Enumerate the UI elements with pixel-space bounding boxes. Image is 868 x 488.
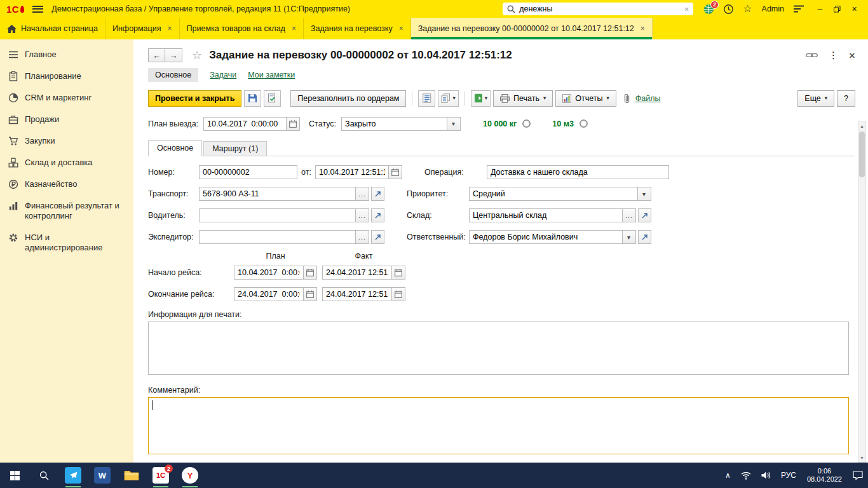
nav-tasks-link[interactable]: Задачи: [210, 71, 236, 79]
tab-close-icon[interactable]: ×: [399, 24, 403, 33]
scroll-down-icon[interactable]: ▼: [858, 453, 865, 462]
calendar-icon[interactable]: [304, 266, 317, 280]
favorites-icon[interactable]: ☆: [743, 4, 752, 14]
form-close-icon[interactable]: ×: [849, 50, 855, 61]
responsible-input[interactable]: [469, 230, 623, 244]
tray-chevron-icon[interactable]: ∧: [720, 463, 736, 488]
refill-by-orders-button[interactable]: Перезаполнить по ордерам: [290, 90, 406, 107]
edi-button[interactable]: ▾: [471, 90, 491, 107]
scrollbar-thumb[interactable]: [859, 132, 865, 177]
global-search[interactable]: ×: [503, 3, 693, 15]
calendar-icon[interactable]: [304, 287, 317, 301]
tab-zadaniya-na-perevozku[interactable]: Задания на перевозку ×: [304, 18, 411, 39]
print-button[interactable]: Печать▾: [493, 90, 553, 107]
taskbar-app-explorer[interactable]: [117, 463, 146, 488]
attachments-paperclip-icon[interactable]: [624, 93, 630, 104]
save-button[interactable]: [244, 90, 261, 107]
action-center-icon[interactable]: [848, 463, 868, 488]
window-restore-button[interactable]: [829, 1, 846, 17]
sidebar-item-crm-i-marketing[interactable]: CRM и маркетинг: [0, 87, 133, 109]
history-icon[interactable]: [724, 4, 733, 14]
trip-start-plan-input[interactable]: [234, 266, 304, 280]
current-user[interactable]: Admin: [762, 4, 784, 13]
open-driver-button[interactable]: [371, 208, 384, 222]
start-button[interactable]: [0, 463, 29, 488]
main-menu-icon[interactable]: [32, 6, 43, 13]
doc-date-input[interactable]: [315, 165, 389, 179]
files-link[interactable]: Файлы: [635, 94, 661, 103]
nav-main-tab[interactable]: Основное: [148, 68, 198, 82]
window-minimize-button[interactable]: –: [811, 1, 829, 17]
tab-close-icon[interactable]: ×: [292, 24, 296, 33]
calendar-icon[interactable]: [392, 266, 405, 280]
post-button[interactable]: [264, 90, 281, 107]
taskbar-clock[interactable]: 0:06 08.04.2022: [801, 467, 848, 484]
create-based-on-button[interactable]: ▾: [438, 90, 458, 107]
add-to-favorites-icon[interactable]: ☆: [192, 50, 202, 61]
sidebar-item-nsi-i-administrirovanie[interactable]: НСИ и администрирование: [0, 227, 133, 259]
trip-end-plan-input[interactable]: [234, 287, 304, 301]
print-info-textarea[interactable]: [148, 322, 849, 375]
priority-input[interactable]: [469, 187, 638, 201]
reports-button[interactable]: Отчеты▾: [555, 90, 616, 107]
sidebar-item-prodazhi[interactable]: Продажи: [0, 109, 133, 130]
open-expeditor-button[interactable]: [371, 230, 384, 244]
choose-icon[interactable]: ...: [356, 230, 369, 244]
calendar-icon[interactable]: [392, 287, 405, 301]
nav-notes-link[interactable]: Мои заметки: [248, 71, 295, 79]
sidebar-item-finansovyy-rezultat[interactable]: Финансовый результат и контроллинг: [0, 195, 133, 227]
search-input[interactable]: [519, 4, 680, 13]
transport-input[interactable]: [199, 187, 356, 201]
open-warehouse-button[interactable]: [638, 208, 651, 222]
open-transport-button[interactable]: [371, 187, 384, 201]
operation-input[interactable]: [487, 165, 669, 179]
number-input[interactable]: [199, 165, 297, 179]
forward-button[interactable]: →: [165, 48, 182, 62]
tab-home[interactable]: Начальная страница: [0, 18, 105, 39]
sidebar-item-kaznacheystvo[interactable]: Казначейство: [0, 173, 133, 195]
volume-icon[interactable]: [756, 463, 776, 488]
expeditor-input[interactable]: [199, 230, 356, 244]
sidebar-item-zakupki[interactable]: Закупки: [0, 130, 133, 152]
network-icon[interactable]: [736, 463, 756, 488]
tab-zadanie-na-perevozku-document[interactable]: Задание на перевозку 00-00000002 от 10.0…: [411, 18, 653, 39]
taskbar-app-messenger[interactable]: [58, 463, 88, 488]
taskbar-search-button[interactable]: [29, 463, 58, 488]
sidebar-item-planirovanie[interactable]: Планирование: [0, 65, 133, 87]
priority-dropdown-icon[interactable]: ▾: [638, 187, 651, 201]
choose-icon[interactable]: ...: [623, 208, 636, 222]
choose-icon[interactable]: ...: [356, 187, 369, 201]
scroll-up-icon[interactable]: ▲: [858, 121, 865, 130]
register-records-button[interactable]: [418, 90, 435, 107]
page-tab-main[interactable]: Основное: [148, 140, 202, 156]
more-actions-icon[interactable]: ⋮: [829, 50, 838, 61]
taskbar-app-browser[interactable]: Y: [175, 463, 205, 488]
status-dropdown-icon[interactable]: ▾: [447, 117, 461, 131]
tab-close-icon[interactable]: ×: [641, 24, 645, 33]
tab-informatsiya[interactable]: Информация ×: [105, 18, 180, 39]
warehouse-input[interactable]: [469, 208, 623, 222]
trip-end-fact-input[interactable]: [322, 287, 392, 301]
discussions-button[interactable]: 2: [703, 4, 714, 15]
taskbar-app-word[interactable]: W: [88, 463, 117, 488]
language-indicator[interactable]: РУС: [776, 463, 801, 488]
get-link-icon[interactable]: [806, 51, 818, 59]
trip-start-fact-input[interactable]: [322, 266, 392, 280]
window-close-button[interactable]: ×: [846, 1, 863, 17]
status-input[interactable]: [341, 117, 447, 131]
back-button[interactable]: ←: [148, 48, 165, 62]
search-clear-icon[interactable]: ×: [684, 5, 689, 13]
choose-icon[interactable]: ...: [356, 208, 369, 222]
responsible-dropdown-icon[interactable]: ▾: [623, 230, 636, 244]
calendar-icon[interactable]: [389, 165, 402, 179]
comment-textarea[interactable]: [148, 397, 849, 454]
vertical-scrollbar[interactable]: ▲ ▼: [858, 121, 866, 463]
tab-priemka-tovarov[interactable]: Приемка товаров на склад ×: [180, 18, 304, 39]
driver-input[interactable]: [199, 208, 356, 222]
more-button[interactable]: Еще▾: [797, 90, 834, 107]
help-button[interactable]: ?: [837, 90, 855, 107]
open-responsible-button[interactable]: [638, 230, 651, 244]
service-settings-icon[interactable]: [794, 5, 804, 13]
plan-departure-input[interactable]: [203, 117, 287, 131]
post-and-close-button[interactable]: Провести и закрыть: [148, 90, 241, 107]
